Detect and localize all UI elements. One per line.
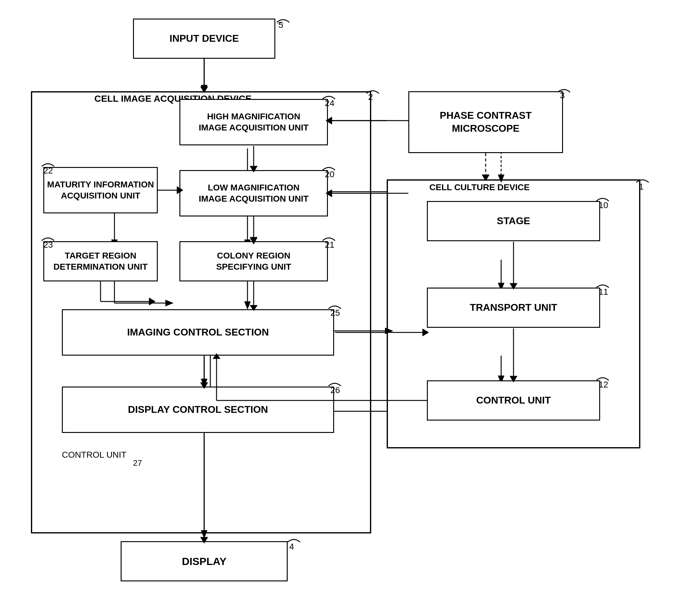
maturity-label: MATURITY INFORMATION ACQUISITION UNIT [47, 179, 154, 202]
maturity-box: MATURITY INFORMATION ACQUISITION UNIT [43, 167, 158, 213]
low-mag-box: LOW MAGNIFICATION IMAGE ACQUISITION UNIT [180, 170, 328, 216]
display-control-box: DISPLAY CONTROL SECTION [62, 386, 334, 433]
ref-20: 20 [325, 169, 334, 179]
ref-1: 1 [639, 182, 644, 192]
control-unit-right-box: CONTROL UNIT [427, 380, 600, 420]
ref-25: 25 [330, 308, 340, 318]
phase-contrast-box: PHASE CONTRAST MICROSCOPE [408, 91, 563, 153]
ref-22: 22 [43, 166, 53, 176]
cell-culture-label: CELL CULTURE DEVICE [427, 182, 532, 192]
ref-21: 21 [325, 240, 334, 250]
low-mag-label: LOW MAGNIFICATION IMAGE ACQUISITION UNIT [199, 182, 309, 205]
ref-10: 10 [599, 200, 608, 210]
display-control-label: DISPLAY CONTROL SECTION [128, 403, 268, 416]
ref-11: 11 [599, 287, 608, 297]
transport-unit-box: TRANSPORT UNIT [427, 287, 600, 328]
control-unit-inner-label: CONTROL UNIT [62, 450, 127, 460]
target-region-box: TARGET REGION DETERMINATION UNIT [43, 241, 158, 281]
phase-contrast-label: PHASE CONTRAST MICROSCOPE [440, 109, 532, 135]
high-mag-box: HIGH MAGNIFICATION IMAGE ACQUISITION UNI… [180, 99, 328, 145]
stage-box: STAGE [427, 201, 600, 241]
ref-3: 3 [560, 91, 565, 101]
ref-23: 23 [43, 240, 53, 250]
ref-24: 24 [325, 98, 334, 108]
ref-26: 26 [330, 385, 340, 395]
imaging-control-label: IMAGING CONTROL SECTION [127, 326, 269, 339]
colony-region-label: COLONY REGION SPECIFYING UNIT [216, 250, 291, 273]
high-mag-label: HIGH MAGNIFICATION IMAGE ACQUISITION UNI… [199, 111, 309, 134]
input-device-label: INPUT DEVICE [169, 32, 239, 45]
display-label: DISPLAY [182, 554, 226, 568]
stage-label: STAGE [497, 215, 530, 228]
display-box: DISPLAY [121, 541, 288, 581]
diagram: INPUT DEVICE 5 ⌒ CELL IMAGE ACQUISITION … [0, 0, 679, 616]
colony-region-box: COLONY REGION SPECIFYING UNIT [180, 241, 328, 281]
control-unit-right-label: CONTROL UNIT [476, 394, 551, 407]
ref-27: 27 [133, 458, 142, 468]
input-device-box: INPUT DEVICE [133, 19, 275, 59]
transport-unit-label: TRANSPORT UNIT [470, 301, 557, 314]
ref-4: 4 [289, 542, 294, 552]
target-region-label: TARGET REGION DETERMINATION UNIT [54, 250, 148, 273]
ref-12: 12 [599, 380, 608, 390]
imaging-control-box: IMAGING CONTROL SECTION [62, 309, 334, 355]
ref-2: 2 [368, 92, 373, 102]
